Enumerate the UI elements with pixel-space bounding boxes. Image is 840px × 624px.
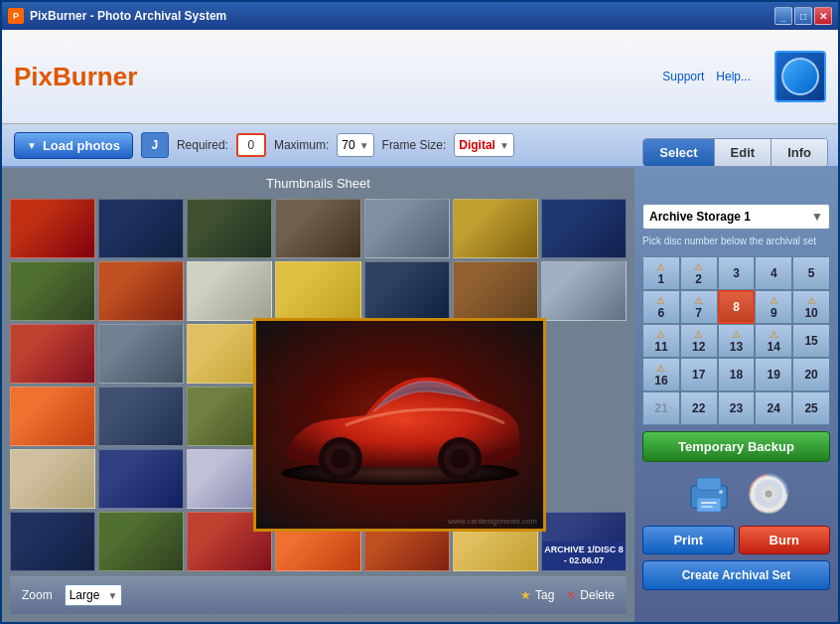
thumbnail-14[interactable] <box>541 261 627 321</box>
thumbnail-10[interactable] <box>187 261 272 321</box>
maximum-select[interactable]: 70 ▼ <box>337 133 373 157</box>
delete-label: Delete <box>580 588 615 602</box>
thumbnail-1[interactable] <box>10 199 95 258</box>
load-arrow-icon: ▼ <box>27 140 37 151</box>
zoom-label: Zoom <box>22 588 53 602</box>
cal-cell-4[interactable]: 4 <box>755 256 792 290</box>
photo-counter: J <box>141 132 169 158</box>
logo-pix: Pix <box>14 62 53 91</box>
burn-button[interactable]: Burn <box>739 526 831 554</box>
main-content: Thumbnails Sheet <box>2 168 838 622</box>
cal-row-5: 21 22 23 24 25 <box>642 391 830 425</box>
cal-cell-14[interactable]: ⚠ 14 <box>755 324 792 358</box>
temp-backup-button[interactable]: Temporary Backup <box>642 431 830 462</box>
warning-icon-13: ⚠ <box>732 329 741 340</box>
cal-cell-2[interactable]: ⚠ 2 <box>680 256 718 290</box>
logo: PixBurner <box>14 62 137 92</box>
cal-cell-12[interactable]: ⚠ 12 <box>680 324 718 358</box>
thumbnail-36[interactable] <box>10 512 95 571</box>
cal-cell-8[interactable]: 8 <box>718 290 756 324</box>
close-button[interactable]: ✕ <box>814 7 832 25</box>
app-icon: P <box>8 8 24 24</box>
info-button[interactable]: Info <box>771 139 827 166</box>
cal-cell-9[interactable]: ⚠ 9 <box>755 290 792 324</box>
cal-cell-15[interactable]: 15 <box>792 324 830 358</box>
cal-cell-16[interactable]: ⚠ 16 <box>642 358 680 391</box>
thumbnail-5[interactable] <box>364 199 450 258</box>
tag-label: Tag <box>535 588 554 602</box>
thumbnail-23[interactable] <box>98 387 184 446</box>
thumbnail-4[interactable] <box>275 199 360 258</box>
cal-cell-19[interactable]: 19 <box>755 358 792 391</box>
svg-point-12 <box>719 490 723 494</box>
create-archival-set-button[interactable]: Create Archival Set <box>642 560 830 590</box>
maximum-dropdown-arrow: ▼ <box>359 140 369 151</box>
delete-button[interactable]: ✕ Delete <box>566 588 615 602</box>
thumbnail-42-with-badge[interactable]: ARCHIVE 1/DISC 8 - 02.06.07 <box>541 512 627 571</box>
cal-cell-25[interactable]: 25 <box>792 391 830 425</box>
thumbnail-37[interactable] <box>98 512 184 571</box>
cal-row-1: ⚠ 1 ⚠ 2 3 4 5 <box>642 256 830 290</box>
thumbnail-8[interactable] <box>10 261 95 321</box>
thumbnail-22[interactable] <box>10 387 95 446</box>
tag-button[interactable]: ★ Tag <box>520 588 554 602</box>
cd-icon <box>747 472 790 516</box>
thumbnail-29[interactable] <box>10 449 95 509</box>
support-link[interactable]: Support <box>662 70 704 83</box>
thumbnail-3[interactable] <box>187 199 272 258</box>
cal-cell-spacer: 21 <box>642 391 680 425</box>
thumbnail-30[interactable] <box>98 449 184 509</box>
cal-cell-6[interactable]: ⚠ 6 <box>642 290 680 324</box>
cal-cell-11[interactable]: ⚠ 11 <box>642 324 680 358</box>
cal-row-4: ⚠ 16 17 18 19 20 <box>642 358 830 391</box>
frame-size-value: Digital <box>459 138 495 152</box>
logo-circle <box>781 58 819 95</box>
help-link[interactable]: Help... <box>716 70 751 83</box>
edit-button[interactable]: Edit <box>715 139 772 166</box>
cal-cell-5[interactable]: 5 <box>792 256 830 290</box>
archive-storage-label: Archive Storage 1 <box>649 210 751 224</box>
thumbnail-11[interactable] <box>275 261 360 321</box>
thumbnails-panel: Thumbnails Sheet <box>2 168 634 622</box>
svg-point-3 <box>331 449 350 469</box>
cal-cell-18[interactable]: 18 <box>718 358 756 391</box>
maximize-button[interactable]: □ <box>794 7 812 25</box>
printer-icon <box>683 472 735 516</box>
cal-cell-23[interactable]: 23 <box>718 391 756 425</box>
large-preview[interactable]: www.cardesignnews.com <box>253 318 546 532</box>
svg-rect-9 <box>697 498 721 512</box>
thumbnail-6[interactable] <box>453 199 538 258</box>
cal-row-2: ⚠ 6 ⚠ 7 8 ⚠ 9 ⚠ <box>642 290 830 324</box>
thumbnail-2[interactable] <box>98 199 184 258</box>
svg-rect-8 <box>697 478 721 490</box>
print-button[interactable]: Print <box>642 526 735 554</box>
thumbnail-16[interactable] <box>98 324 184 384</box>
title-bar: P PixBurner - Photo Archival System _ □ … <box>2 2 838 30</box>
thumbnail-15[interactable] <box>10 324 95 384</box>
svg-rect-10 <box>701 502 717 504</box>
cal-cell-24[interactable]: 24 <box>755 391 792 425</box>
thumbnail-7[interactable] <box>541 199 627 258</box>
cal-cell-17[interactable]: 17 <box>680 358 718 391</box>
frame-size-label: Frame Size: <box>382 138 447 152</box>
cal-cell-1[interactable]: ⚠ 1 <box>642 256 680 290</box>
thumbnail-13[interactable] <box>453 261 538 321</box>
thumbnail-12[interactable] <box>364 261 450 321</box>
print-burn-buttons: Print Burn <box>642 526 830 554</box>
cal-cell-20[interactable]: 20 <box>792 358 830 391</box>
cal-cell-7[interactable]: ⚠ 7 <box>680 290 718 324</box>
zoom-select[interactable]: Large ▼ <box>65 584 123 606</box>
minimize-button[interactable]: _ <box>774 7 792 25</box>
warning-icon-11: ⚠ <box>656 329 665 340</box>
archive-storage-select[interactable]: Archive Storage 1 ▼ <box>642 204 830 230</box>
warning-icon-2: ⚠ <box>694 261 703 272</box>
cal-cell-10[interactable]: ⚠ 10 <box>792 290 830 324</box>
cal-cell-3[interactable]: 3 <box>718 256 756 290</box>
thumbnail-9[interactable] <box>98 261 184 321</box>
cal-cell-22[interactable]: 22 <box>680 391 718 425</box>
cal-cell-13[interactable]: ⚠ 13 <box>718 324 756 358</box>
print-burn-area <box>642 468 830 520</box>
select-button[interactable]: Select <box>643 139 714 166</box>
frame-size-select[interactable]: Digital ▼ <box>454 133 514 157</box>
load-photos-button[interactable]: ▼ Load photos <box>14 132 133 159</box>
